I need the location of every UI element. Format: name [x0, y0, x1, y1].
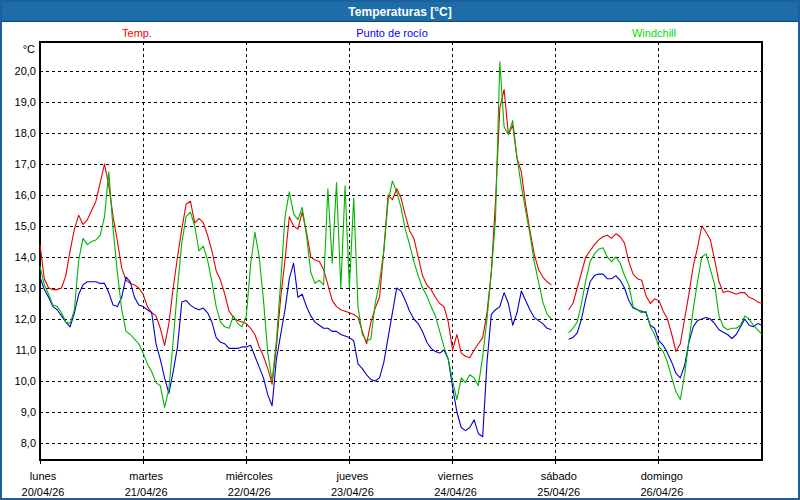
svg-text:18,0: 18,0 — [15, 127, 36, 139]
svg-text:lunes: lunes — [30, 470, 57, 482]
svg-text:9,0: 9,0 — [21, 406, 36, 418]
title-bar: Temperaturas [°C] — [2, 2, 798, 22]
svg-text:24/04/26: 24/04/26 — [434, 486, 477, 498]
svg-text:20,0: 20,0 — [15, 65, 36, 77]
svg-text:°C: °C — [23, 43, 35, 55]
svg-text:miércoles: miércoles — [226, 470, 274, 482]
temperature-chart: 20,019,018,017,016,015,014,013,012,011,0… — [2, 21, 800, 500]
svg-text:17,0: 17,0 — [15, 158, 36, 170]
svg-text:domingo: domingo — [641, 470, 683, 482]
svg-text:13,0: 13,0 — [15, 282, 36, 294]
svg-text:14,0: 14,0 — [15, 251, 36, 263]
svg-text:jueves: jueves — [336, 470, 369, 482]
svg-text:22/04/26: 22/04/26 — [228, 486, 271, 498]
window-title: Temperaturas [°C] — [348, 5, 451, 19]
svg-text:15,0: 15,0 — [15, 220, 36, 232]
svg-text:10,0: 10,0 — [15, 375, 36, 387]
svg-text:8,0: 8,0 — [21, 437, 36, 449]
svg-text:21/04/26: 21/04/26 — [125, 486, 168, 498]
svg-text:23/04/26: 23/04/26 — [331, 486, 374, 498]
svg-text:20/04/26: 20/04/26 — [22, 486, 65, 498]
svg-text:26/04/26: 26/04/26 — [640, 486, 683, 498]
svg-text:viernes: viernes — [438, 470, 474, 482]
svg-text:19,0: 19,0 — [15, 96, 36, 108]
svg-text:martes: martes — [129, 470, 163, 482]
svg-text:11,0: 11,0 — [15, 344, 36, 356]
svg-text:25/04/26: 25/04/26 — [537, 486, 580, 498]
svg-text:sábado: sábado — [541, 470, 577, 482]
weather-chart-window: Temperaturas [°C] Temp. Punto de rocío W… — [0, 0, 800, 500]
svg-text:16,0: 16,0 — [15, 189, 36, 201]
svg-text:12,0: 12,0 — [15, 313, 36, 325]
